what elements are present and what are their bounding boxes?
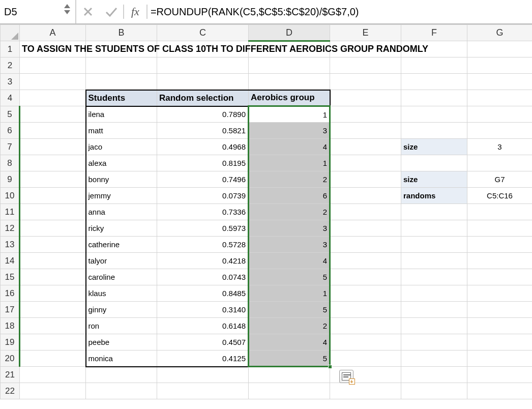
cell-F14[interactable]: [401, 253, 467, 269]
cell-G14[interactable]: [467, 253, 533, 269]
cell-E10[interactable]: [330, 188, 401, 204]
cell-D3[interactable]: [249, 74, 330, 90]
cell-E4[interactable]: [330, 90, 401, 106]
cell-C16[interactable]: 0.8485: [157, 285, 249, 302]
cell-D2[interactable]: [249, 57, 330, 74]
cell-G7[interactable]: 3: [467, 139, 533, 155]
cell-D4[interactable]: Aerobics group: [249, 90, 330, 106]
cell-A6[interactable]: [20, 123, 86, 139]
cell-C7[interactable]: 0.4968: [157, 139, 249, 155]
cell-A7[interactable]: [20, 139, 86, 155]
cell-G18[interactable]: [467, 318, 533, 334]
cell-F2[interactable]: [401, 57, 467, 74]
row-header-21[interactable]: 21: [1, 367, 20, 383]
select-all-corner[interactable]: [1, 25, 20, 41]
cell-G5[interactable]: [467, 106, 533, 123]
cell-G16[interactable]: [467, 285, 533, 302]
cell-F8[interactable]: [401, 155, 467, 171]
cell-E18[interactable]: [330, 318, 401, 334]
quick-analysis-button[interactable]: +: [339, 370, 353, 383]
row-header-18[interactable]: 18: [1, 318, 20, 334]
cell-C18[interactable]: 0.6148: [157, 318, 249, 334]
cell-F20[interactable]: [401, 350, 467, 367]
cell-D11[interactable]: 2: [249, 204, 330, 220]
row-header-4[interactable]: 4: [1, 90, 20, 106]
cell-D18[interactable]: 2: [249, 318, 330, 334]
cell-F5[interactable]: [401, 106, 467, 123]
cell-B20[interactable]: monica: [86, 350, 157, 367]
name-box-stepper[interactable]: [63, 3, 72, 15]
accept-button[interactable]: [100, 0, 123, 23]
row-header-5[interactable]: 5: [1, 106, 20, 123]
cell-F4[interactable]: [401, 90, 467, 106]
cell-E11[interactable]: [330, 204, 401, 220]
cell-A11[interactable]: [20, 204, 86, 220]
cell-D6[interactable]: 3: [249, 123, 330, 139]
cell-B7[interactable]: jaco: [86, 139, 157, 155]
grid[interactable]: A B C D E F G 1TO ASSIGN THE STUDENTS OF…: [0, 24, 532, 399]
row-header-1[interactable]: 1: [1, 41, 20, 57]
fill-handle[interactable]: [328, 365, 332, 369]
cell-D15[interactable]: 5: [249, 269, 330, 285]
cell-B21[interactable]: [86, 367, 157, 383]
row-header-8[interactable]: 8: [1, 155, 20, 171]
row-header-7[interactable]: 7: [1, 139, 20, 155]
cell-E19[interactable]: [330, 334, 401, 350]
cell-E16[interactable]: [330, 285, 401, 302]
cell-G9[interactable]: G7: [467, 171, 533, 188]
cell-C10[interactable]: 0.0739: [157, 188, 249, 204]
cell-G19[interactable]: [467, 334, 533, 350]
cell-B19[interactable]: peebe: [86, 334, 157, 350]
cell-G20[interactable]: [467, 350, 533, 367]
cell-B15[interactable]: caroline: [86, 269, 157, 285]
cell-A12[interactable]: [20, 220, 86, 237]
cell-C14[interactable]: 0.4218: [157, 253, 249, 269]
cell-A2[interactable]: [20, 57, 86, 74]
cell-D19[interactable]: 4: [249, 334, 330, 350]
cell-G11[interactable]: [467, 204, 533, 220]
cell-F16[interactable]: [401, 285, 467, 302]
cell-C3[interactable]: [157, 74, 249, 90]
cell-B18[interactable]: ron: [86, 318, 157, 334]
cell-D21[interactable]: [249, 367, 330, 383]
cell-C2[interactable]: [157, 57, 249, 74]
cell-B2[interactable]: [86, 57, 157, 74]
cell-F7[interactable]: size: [401, 139, 467, 155]
cell-F10[interactable]: randoms: [401, 188, 467, 204]
cell-F22[interactable]: [401, 383, 467, 399]
cell-C12[interactable]: 0.5973: [157, 220, 249, 237]
cell-A22[interactable]: [20, 383, 86, 399]
cell-E20[interactable]: [330, 350, 401, 367]
cell-E17[interactable]: [330, 302, 401, 318]
cell-E13[interactable]: [330, 237, 401, 253]
cell-F12[interactable]: [401, 220, 467, 237]
cell-A3[interactable]: [20, 74, 86, 90]
row-header-2[interactable]: 2: [1, 57, 20, 74]
cell-C5[interactable]: 0.7890: [157, 106, 249, 123]
col-header-C[interactable]: C: [157, 25, 249, 41]
cell-G3[interactable]: [467, 74, 533, 90]
row-header-13[interactable]: 13: [1, 237, 20, 253]
cell-A15[interactable]: [20, 269, 86, 285]
cell-A14[interactable]: [20, 253, 86, 269]
cell-A19[interactable]: [20, 334, 86, 350]
cell-G1[interactable]: [467, 41, 533, 57]
cell-F3[interactable]: [401, 74, 467, 90]
row-header-17[interactable]: 17: [1, 302, 20, 318]
cell-B22[interactable]: [86, 383, 157, 399]
cell-B11[interactable]: anna: [86, 204, 157, 220]
col-header-A[interactable]: A: [20, 25, 86, 41]
cell-D17[interactable]: 5: [249, 302, 330, 318]
cell-A10[interactable]: [20, 188, 86, 204]
cell-E9[interactable]: [330, 171, 401, 188]
cell-A9[interactable]: [20, 171, 86, 188]
cell-C11[interactable]: 0.7336: [157, 204, 249, 220]
cell-C19[interactable]: 0.4507: [157, 334, 249, 350]
cell-C15[interactable]: 0.0743: [157, 269, 249, 285]
name-box[interactable]: D5: [0, 0, 76, 23]
cell-A20[interactable]: [20, 350, 86, 367]
row-header-11[interactable]: 11: [1, 204, 20, 220]
cell-F15[interactable]: [401, 269, 467, 285]
cell-B10[interactable]: jemmy: [86, 188, 157, 204]
col-header-B[interactable]: B: [86, 25, 157, 41]
